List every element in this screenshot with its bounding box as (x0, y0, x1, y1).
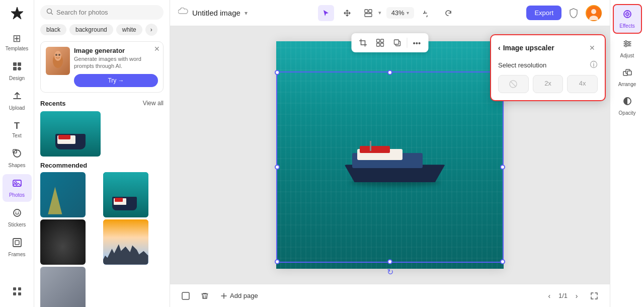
upscaler-back-button[interactable]: ‹ Image upscaler (498, 44, 554, 52)
add-page-button[interactable]: Add page (216, 290, 262, 301)
upscaler-info-icon[interactable] (590, 60, 598, 70)
right-tool-arrange[interactable]: Arrange (613, 63, 642, 91)
upscaler-close-button[interactable]: ✕ (587, 42, 598, 53)
svg-rect-11 (13, 239, 21, 247)
upscaler-section-label: Select resolution (498, 61, 546, 69)
upscaler-option-none[interactable] (498, 75, 529, 93)
tag-white[interactable]: white (116, 24, 142, 35)
effects-icon (622, 9, 632, 22)
right-tool-adjust[interactable]: Adjust (613, 35, 642, 62)
zoom-control[interactable]: 43% ▾ (386, 7, 414, 19)
doc-title-chevron[interactable]: ▾ (245, 10, 248, 17)
sidebar-item-upload[interactable]: Upload (3, 87, 32, 115)
svg-point-39 (628, 43, 630, 45)
right-tool-effects[interactable]: Effects (613, 4, 642, 34)
svg-point-46 (593, 62, 594, 63)
svg-point-9 (15, 212, 16, 213)
left-sidebar: ⊞ Templates Design Upload T Text Shapes … (0, 0, 34, 307)
svg-rect-6 (13, 180, 21, 186)
shield-button[interactable] (566, 5, 582, 21)
svg-rect-2 (13, 67, 17, 70)
redo-button[interactable] (440, 5, 456, 21)
fit-to-screen-button[interactable] (587, 288, 602, 303)
next-page-button[interactable]: › (571, 290, 583, 302)
cloud-icon (178, 8, 188, 18)
opacity-label: Opacity (619, 110, 636, 116)
recommended-title: Recommended (34, 157, 170, 172)
promo-close-button[interactable]: ✕ (154, 45, 160, 53)
sidebar-item-stickers[interactable]: Stickers (3, 204, 32, 232)
view-all-link[interactable]: View all (143, 100, 164, 107)
svg-rect-13 (13, 287, 16, 290)
topbar-right: Export (526, 5, 602, 21)
sidebar-item-frames[interactable]: Frames (3, 234, 32, 261)
right-tool-opacity[interactable]: Opacity (613, 92, 642, 120)
promo-card: Image generator Generate images with wor… (40, 41, 164, 93)
topbar: Untitled image ▾ ▾ 43% ▾ (170, 0, 610, 26)
search-input[interactable] (56, 9, 157, 16)
grid-layout-button[interactable] (373, 35, 388, 50)
svg-point-21 (58, 54, 60, 56)
promo-title: Image generator (74, 47, 158, 54)
photo-item[interactable] (40, 267, 86, 307)
svg-point-4 (14, 150, 21, 157)
tag-black[interactable]: black (40, 24, 66, 35)
topbar-center: ▾ 43% ▾ (254, 5, 521, 21)
toolbar-divider (407, 38, 408, 48)
floating-toolbar: ••• (352, 33, 429, 52)
sidebar-item-shapes[interactable]: Shapes (3, 144, 32, 172)
sidebar-item-grid[interactable] (3, 282, 32, 303)
zoom-value: 43% (391, 9, 405, 17)
svg-rect-0 (13, 62, 17, 66)
select-tool-button[interactable] (318, 5, 334, 21)
delete-button[interactable] (197, 288, 212, 303)
undo-button[interactable] (419, 5, 435, 21)
sidebar-item-design[interactable]: Design (3, 57, 32, 85)
svg-rect-22 (365, 10, 368, 13)
sidebar-item-photos[interactable]: Photos (3, 174, 32, 202)
svg-rect-12 (15, 241, 19, 245)
svg-rect-35 (182, 292, 189, 299)
sidebar-item-templates[interactable]: ⊞ Templates (3, 28, 32, 55)
svg-rect-43 (627, 71, 631, 75)
duplicate-button[interactable] (390, 35, 405, 50)
add-page-label: Add page (230, 292, 258, 299)
more-options-button[interactable]: ••• (410, 35, 425, 50)
upscaler-option-4x[interactable]: 4x (567, 75, 598, 93)
frame-button[interactable] (178, 288, 193, 303)
svg-point-38 (625, 41, 627, 43)
photo-item[interactable] (40, 219, 86, 265)
arrange-label: Arrange (618, 82, 636, 87)
right-sidebar: Effects Adjust Arrange (610, 0, 644, 307)
recent-item[interactable] (40, 111, 101, 157)
search-bar[interactable] (40, 5, 164, 20)
move-tool-button[interactable] (339, 5, 355, 21)
prev-page-button[interactable]: ‹ (543, 290, 555, 302)
tags-row: black background white › (34, 24, 170, 39)
svg-point-40 (625, 45, 627, 47)
canvas-frame: ↻ (276, 41, 504, 269)
app-logo[interactable] (8, 4, 26, 22)
promo-try-button[interactable]: Try → (74, 74, 158, 87)
tag-background[interactable]: background (69, 24, 113, 35)
tags-scroll-right[interactable]: › (145, 24, 157, 36)
arrange-icon (622, 67, 632, 80)
layout-chevron[interactable]: ▾ (378, 10, 381, 16)
layout-tool-button[interactable] (360, 5, 376, 21)
sidebar-item-text[interactable]: T Text (3, 117, 32, 142)
photo-item[interactable] (40, 172, 86, 217)
crop-button[interactable] (356, 35, 371, 50)
svg-rect-24 (365, 14, 372, 17)
photo-item[interactable] (103, 219, 148, 265)
canvas-image[interactable] (276, 41, 504, 269)
export-button[interactable]: Export (526, 6, 561, 20)
upscaler-option-2x[interactable]: 2x (533, 75, 564, 93)
svg-rect-30 (381, 39, 384, 42)
svg-rect-29 (377, 39, 380, 42)
adjust-label: Adjust (620, 53, 634, 58)
user-avatar[interactable] (586, 5, 602, 21)
page-nav: ‹ 1/1 › (543, 290, 583, 302)
promo-description: Generate images with word prompts throug… (74, 55, 158, 70)
upscaler-options: 2x 4x (498, 75, 598, 93)
photo-item[interactable] (103, 172, 148, 217)
